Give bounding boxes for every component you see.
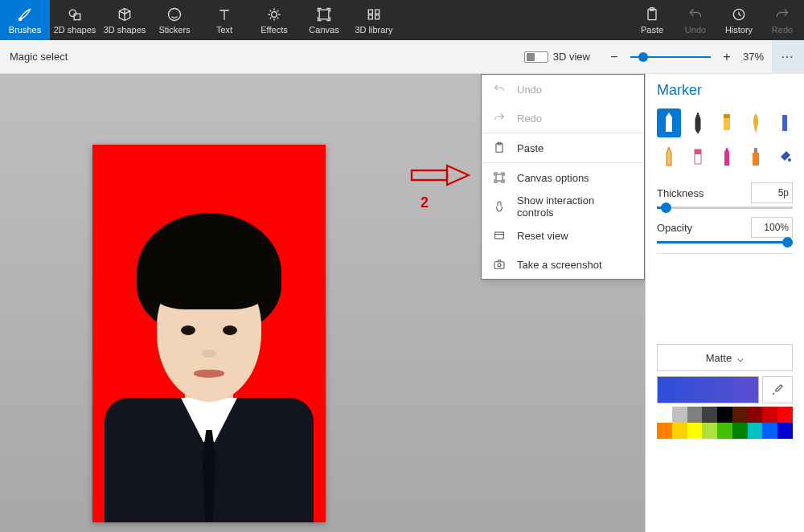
color-swatch[interactable] [702,407,717,423]
svg-rect-23 [754,148,757,153]
color-swatch[interactable] [777,423,793,439]
svg-point-0 [19,18,22,20]
magic-select[interactable]: Magic select [0,51,77,63]
opacity-label: Opacity [657,222,692,234]
svg-point-16 [498,264,501,267]
zoom-slider[interactable] [630,56,711,58]
eyedropper-button[interactable] [762,376,793,403]
svg-rect-14 [495,232,504,239]
3d-view-toggle[interactable]: 3D view [524,51,590,63]
color-swatch[interactable] [657,407,672,423]
ctx-paste[interactable]: Paste [482,133,644,162]
svg-point-1 [69,10,76,16]
annotation-arrow-2 [410,164,470,186]
brush-watercolor[interactable] [744,108,768,137]
color-swatch[interactable] [657,423,672,439]
tool-paste[interactable]: Paste [630,0,674,40]
color-swatch[interactable] [748,423,763,439]
canvas-workspace[interactable]: 1 2 Undo Redo Paste Canvas op [0,74,645,532]
brush-grid [657,108,793,171]
svg-rect-21 [695,149,701,154]
tool-undo[interactable]: Undo [674,0,717,40]
zoom-out-button[interactable]: − [606,49,622,65]
material-dropdown[interactable]: Matte ⌵ [657,344,793,371]
tool-text[interactable]: Text [199,0,249,40]
thickness-label: Thickness [657,187,704,199]
color-swatch[interactable] [687,423,703,439]
ctx-reset-view[interactable]: Reset view [482,221,644,250]
thickness-slider[interactable] [657,207,793,209]
svg-rect-22 [753,153,759,166]
opacity-input[interactable]: 100% [751,217,793,238]
chevron-down-icon: ⌵ [737,352,744,364]
svg-rect-18 [724,114,730,118]
svg-point-4 [272,11,277,17]
color-swatch[interactable] [702,423,717,439]
svg-rect-5 [319,10,329,19]
brush-calligraphy[interactable] [686,108,710,137]
current-color[interactable] [657,376,759,403]
brush-pencil[interactable] [657,142,681,171]
svg-rect-10 [412,170,447,180]
main-area: 1 2 Undo Redo Paste Canvas op [0,74,804,532]
tool-3d-library[interactable]: 3D library [349,0,399,40]
svg-point-3 [169,8,181,20]
ctx-canvas-options[interactable]: Canvas options [482,163,644,192]
brush-oil[interactable] [715,108,739,137]
brush-eraser[interactable] [686,142,710,171]
color-swatch[interactable] [687,407,703,423]
brush-crayon[interactable] [715,142,739,171]
color-swatch[interactable] [777,407,793,423]
brush-marker[interactable] [657,108,681,137]
annotation-label-2: 2 [420,194,429,211]
color-swatch[interactable] [717,407,732,423]
ctx-undo[interactable]: Undo [482,75,644,104]
panel-title: Marker [657,82,793,99]
color-swatch[interactable] [732,423,748,439]
svg-rect-13 [496,174,503,181]
ctx-show-interaction[interactable]: Show interaction controls [482,192,644,221]
tool-3d-shapes[interactable]: 3D shapes [100,0,150,40]
tool-stickers[interactable]: Stickers [150,0,199,40]
zoom-bar: − + 37% [606,49,764,65]
color-swatch[interactable] [672,407,687,423]
tool-effects[interactable]: Effects [249,0,299,40]
thickness-input[interactable]: 5p [751,182,793,203]
tool-history[interactable]: History [717,0,761,40]
color-swatch[interactable] [732,407,748,423]
brush-pixel[interactable] [773,108,797,137]
color-swatch[interactable] [717,423,732,439]
context-menu: Undo Redo Paste Canvas options Show inte… [481,74,645,280]
color-swatch[interactable] [672,423,687,439]
brush-fill[interactable] [773,142,797,171]
color-palette [657,407,793,439]
svg-rect-19 [782,115,787,131]
secondary-bar: Magic select 3D view − + 37% ⋯ [0,40,804,74]
side-panel: Marker Thickness 5p Opacity 100% [645,74,804,532]
color-swatch[interactable] [762,407,777,423]
opacity-slider[interactable] [657,241,793,243]
svg-point-24 [788,158,791,162]
svg-rect-2 [74,14,80,19]
brush-spray[interactable] [744,142,768,171]
color-swatch[interactable] [762,423,777,439]
canvas-image[interactable] [92,145,326,522]
tool-2d-shapes[interactable]: 2D shapes [50,0,100,40]
toggle-icon [524,51,548,63]
tool-redo[interactable]: Redo [761,0,804,40]
tool-brushes[interactable]: Brushes [0,0,50,40]
svg-rect-15 [494,262,504,269]
top-toolbar: Brushes 2D shapes 3D shapes Stickers Tex… [0,0,804,40]
zoom-in-button[interactable]: + [719,49,735,65]
ctx-redo[interactable]: Redo [482,104,644,133]
zoom-percent: 37% [743,51,764,63]
tool-canvas[interactable]: Canvas [299,0,349,40]
more-menu-button[interactable]: ⋯ [772,40,804,74]
portrait-content [105,201,314,522]
color-swatch[interactable] [748,407,763,423]
ctx-screenshot[interactable]: Take a screenshot [482,250,644,279]
